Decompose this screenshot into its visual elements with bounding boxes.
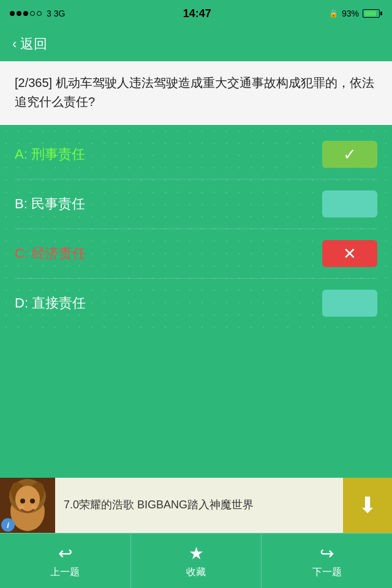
battery-tip <box>380 12 382 15</box>
ad-download-button[interactable]: ⬇ <box>343 478 392 533</box>
answer-badge-b <box>322 190 377 217</box>
svg-point-6 <box>20 499 25 503</box>
svg-point-8 <box>18 505 24 509</box>
answer-row-c[interactable]: C: 经济责任 ✕ <box>15 229 377 279</box>
svg-point-5 <box>15 486 40 513</box>
svg-point-7 <box>30 499 35 503</box>
status-right: 🔒 93% <box>329 9 382 18</box>
ad-text-area: 7.0荣耀的浩歌 BIGBANG踏入神魔世界 <box>55 491 343 519</box>
back-arrow-icon: ‹ <box>12 37 17 51</box>
question-body: 机动车驾驶人违法驾驶造成重大交通事故构成犯罪的，依法追究什么责任? <box>15 76 374 108</box>
cross-icon: ✕ <box>343 244 356 263</box>
answer-label-c: C: 经济责任 <box>15 244 86 263</box>
status-bar: 3 3G 14:47 🔒 93% <box>0 0 392 27</box>
next-label: 下一题 <box>312 566 342 579</box>
answer-label-a: A: 刑事责任 <box>15 145 85 164</box>
collect-label: 收藏 <box>186 566 206 579</box>
answer-row-b[interactable]: B: 民事责任 <box>15 179 377 229</box>
answer-label-b: B: 民事责任 <box>15 195 85 213</box>
battery-fill <box>364 11 376 16</box>
question-index: [2/365] <box>15 76 52 89</box>
prev-button[interactable]: ↩ 上一题 <box>0 533 131 588</box>
nav-bar: ‹ 返回 <box>0 27 392 61</box>
collect-button[interactable]: ★ 收藏 <box>131 533 262 588</box>
carrier-label: 3 <box>47 9 51 18</box>
lock-icon: 🔒 <box>329 9 338 18</box>
prev-label: 上一题 <box>50 566 80 579</box>
status-left: 3 3G <box>10 9 65 18</box>
svg-point-9 <box>31 505 37 509</box>
ad-text: 7.0荣耀的浩歌 BIGBANG踏入神魔世界 <box>64 499 254 511</box>
prev-icon: ↩ <box>58 543 72 564</box>
dot1 <box>10 11 15 16</box>
battery-percent: 93% <box>342 9 359 18</box>
dot4 <box>30 11 35 16</box>
network-label: 3G <box>54 9 66 18</box>
next-icon: ↪ <box>320 543 334 564</box>
answers-section: A: 刑事责任 ✓ B: 民事责任 C: 经济责任 ✕ D: 直接责任 <box>0 125 392 333</box>
back-button[interactable]: ‹ 返回 <box>12 35 47 53</box>
signal-dots <box>10 11 42 16</box>
info-label: i <box>7 521 9 530</box>
ad-info-icon[interactable]: i <box>1 518 15 532</box>
next-button[interactable]: ↪ 下一题 <box>262 533 392 588</box>
question-area: [2/365] 机动车驾驶人违法驾驶造成重大交通事故构成犯罪的，依法追究什么责任… <box>0 61 392 125</box>
dot5 <box>37 11 42 16</box>
answer-row-a[interactable]: A: 刑事责任 ✓ <box>15 130 377 179</box>
checkmark-icon: ✓ <box>343 145 356 164</box>
dot2 <box>17 11 21 16</box>
battery-icon <box>363 9 382 18</box>
dot3 <box>23 11 28 16</box>
answer-badge-a: ✓ <box>322 141 377 168</box>
answer-badge-d <box>322 290 377 317</box>
star-icon: ★ <box>189 543 204 564</box>
answer-badge-c: ✕ <box>322 240 377 267</box>
back-label: 返回 <box>20 35 47 53</box>
answer-row-d[interactable]: D: 直接责任 <box>15 279 377 328</box>
answer-label-d: D: 直接责任 <box>15 294 86 312</box>
time-display: 14:47 <box>183 7 211 20</box>
ad-banner: 7.0荣耀的浩歌 BIGBANG踏入神魔世界 ⬇ <box>0 478 392 533</box>
battery-body <box>363 9 380 18</box>
download-icon: ⬇ <box>358 492 377 518</box>
question-text: [2/365] 机动车驾驶人违法驾驶造成重大交通事故构成犯罪的，依法追究什么责任… <box>15 74 377 111</box>
bottom-toolbar: ↩ 上一题 ★ 收藏 ↪ 下一题 <box>0 533 392 588</box>
